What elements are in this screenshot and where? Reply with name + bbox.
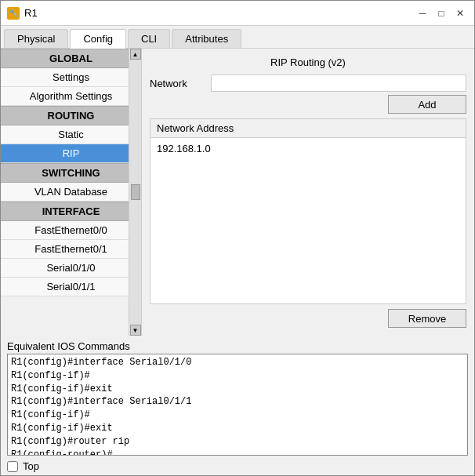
remove-row: Remove [150, 309, 466, 328]
ios-label: Equivalent IOS Commands [7, 340, 468, 352]
bottom-section: Equivalent IOS Commands R1(config)#inter… [1, 336, 474, 475]
window-controls: ─ □ ✕ [415, 5, 468, 21]
network-row: Network [150, 74, 466, 92]
sidebar-header-interface: INTERFACE [1, 202, 141, 221]
window-title: R1 [24, 7, 38, 19]
ios-line-7: R1(config)#router rip [11, 435, 464, 449]
sidebar-item-serial010[interactable]: Serial0/1/0 [1, 259, 141, 278]
close-button[interactable]: ✕ [452, 5, 468, 21]
table-row[interactable]: 192.168.1.0 [157, 141, 459, 156]
remove-button[interactable]: Remove [388, 309, 466, 328]
sidebar-item-static[interactable]: Static [1, 125, 141, 144]
tab-cli[interactable]: CLI [128, 29, 170, 48]
tab-bar: Physical Config CLI Attributes [1, 26, 474, 49]
tab-attributes[interactable]: Attributes [172, 29, 241, 48]
ios-line-6: R1(config-if)#exit [11, 422, 464, 435]
scroll-down-arrow[interactable]: ▼ [130, 325, 141, 336]
maximize-button[interactable]: □ [433, 5, 449, 21]
scroll-thumb[interactable] [131, 184, 140, 200]
sidebar-item-rip[interactable]: RIP [1, 144, 141, 163]
tab-config[interactable]: Config [70, 29, 126, 49]
main-window: 🔧 R1 ─ □ ✕ Physical Config CLI Attribute… [0, 0, 475, 476]
ios-line-8: R1(config-router)# [11, 449, 464, 456]
sidebar-item-algorithm-settings[interactable]: Algorithm Settings [1, 87, 141, 106]
top-checkbox-row: Top [7, 460, 468, 472]
network-table: Network Address 192.168.1.0 [150, 118, 466, 304]
sidebar-scrollbar[interactable]: ▲ ▼ [129, 49, 141, 336]
title-bar-left: 🔧 R1 [7, 7, 38, 20]
tab-physical[interactable]: Physical [4, 29, 68, 48]
table-header: Network Address [150, 119, 466, 138]
sidebar-header-routing: ROUTING [1, 106, 141, 125]
minimize-button[interactable]: ─ [415, 5, 430, 21]
ios-line-2: R1(config-if)# [11, 369, 464, 383]
add-row: Add [150, 95, 466, 114]
window-body: GLOBAL Settings Algorithm Settings ROUTI… [1, 49, 474, 475]
network-input[interactable] [211, 74, 466, 92]
title-bar: 🔧 R1 ─ □ ✕ [1, 1, 474, 26]
sidebar-scroll: GLOBAL Settings Algorithm Settings ROUTI… [1, 49, 141, 336]
sidebar-header-switching: SWITCHING [1, 163, 141, 183]
ios-line-1: R1(config)#interface Serial0/1/0 [11, 356, 464, 369]
add-button[interactable]: Add [388, 95, 466, 114]
sidebar-item-fastethernet01[interactable]: FastEthernet0/1 [1, 240, 141, 259]
table-body: 192.168.1.0 [150, 138, 466, 159]
main-panel: RIP Routing (v2) Network Add Network Add… [142, 49, 474, 336]
sidebar: GLOBAL Settings Algorithm Settings ROUTI… [1, 49, 142, 336]
scroll-up-arrow[interactable]: ▲ [130, 49, 141, 60]
ios-line-4: R1(config)#interface Serial0/1/1 [11, 395, 464, 409]
content-area: GLOBAL Settings Algorithm Settings ROUTI… [1, 49, 474, 336]
sidebar-header-global: GLOBAL [1, 49, 141, 68]
ios-console[interactable]: R1(config)#interface Serial0/1/0 R1(conf… [7, 354, 468, 456]
ios-line-3: R1(config-if)#exit [11, 383, 464, 396]
sidebar-item-serial011[interactable]: Serial0/1/1 [1, 278, 141, 296]
network-label: Network [150, 78, 205, 89]
sidebar-item-settings[interactable]: Settings [1, 68, 141, 87]
rip-title: RIP Routing (v2) [150, 56, 466, 68]
app-icon: 🔧 [7, 7, 20, 20]
sidebar-item-fastethernet00[interactable]: FastEthernet0/0 [1, 221, 141, 240]
top-label: Top [23, 460, 39, 472]
sidebar-item-vlan-database[interactable]: VLAN Database [1, 183, 141, 202]
top-checkbox[interactable] [7, 461, 18, 472]
ios-line-5: R1(config-if)# [11, 409, 464, 422]
